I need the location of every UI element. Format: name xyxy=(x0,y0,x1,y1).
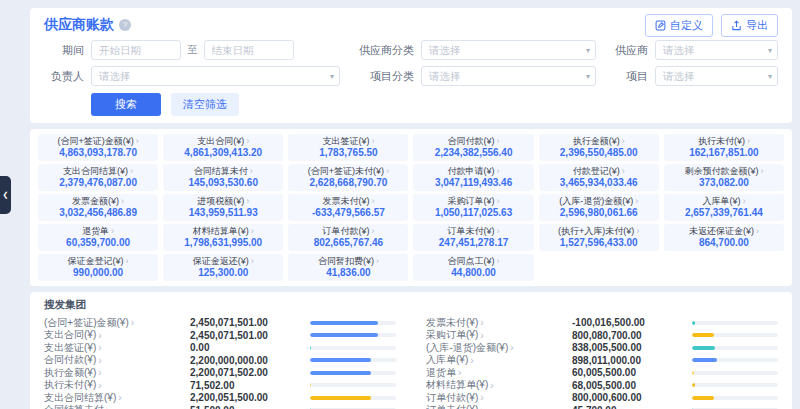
group-right-column: 发票未付(¥)› -100,016,500.00 采购订单(¥)› 800,08… xyxy=(426,317,778,409)
summary-metric-card[interactable]: (执行+入库)未付(¥)› 1,527,596,433.00 xyxy=(539,224,659,251)
summary-metric-card[interactable]: 发票未付(¥)› -633,479,566.57 xyxy=(288,194,408,221)
group-metric-row[interactable]: 材料结算单(¥)› 68,005,500.00 xyxy=(426,380,778,391)
metric-mini-bar xyxy=(692,333,778,337)
search-button[interactable]: 搜索 xyxy=(91,93,161,116)
chevron-right-icon: › xyxy=(497,196,500,206)
summary-metric-card[interactable]: 保证金登记(¥)› 990,000.00 xyxy=(38,254,158,281)
summary-metric-card[interactable]: (合同+签证)未付(¥)› 2,628,668,790.70 xyxy=(288,164,408,191)
summary-metric-card[interactable]: 订单未付(¥)› 247,451,278.17 xyxy=(413,224,533,251)
metric-mini-bar xyxy=(310,358,396,362)
metric-value: 1,527,596,433.00 xyxy=(541,237,657,248)
metric-label: 合同结算未付› xyxy=(165,166,281,176)
chevron-right-icon: › xyxy=(622,136,625,146)
project-select[interactable] xyxy=(655,66,778,86)
group-metric-row[interactable]: 退货单› 60,005,500.00 xyxy=(426,367,778,378)
filter-project-label: 项目 xyxy=(608,69,648,84)
group-metric-row[interactable]: (入库-退货)金额(¥)› 838,005,500.00 xyxy=(426,342,778,353)
metric-label: (合同+签证)未付(¥)› xyxy=(290,166,406,176)
summary-metric-card[interactable]: 合同结算未付› 145,093,530.60 xyxy=(163,164,283,191)
filter-form: 期间 至 供应商分类 ▾ 供应商 ▾ 负责人 xyxy=(44,40,778,86)
project-category-select[interactable] xyxy=(421,66,596,86)
summary-metric-card[interactable]: 订单付款(¥)› 802,665,767.46 xyxy=(288,224,408,251)
group-metric-value: 68,005,500.00 xyxy=(572,380,692,391)
group-metric-value: 898,011,000.00 xyxy=(572,355,692,366)
bar-fill xyxy=(692,383,695,387)
metric-value: 60,359,700.00 xyxy=(40,237,156,248)
group-metric-row[interactable]: 执行未付(¥)› 71,502.00 xyxy=(44,380,396,391)
chevron-right-icon: › xyxy=(497,256,500,266)
end-date-input[interactable] xyxy=(204,40,294,60)
summary-metric-card[interactable]: 付款登记(¥)› 3,465,934,033.46 xyxy=(539,164,659,191)
metric-value: 247,451,278.17 xyxy=(415,237,531,248)
bar-fill xyxy=(692,321,695,325)
help-icon[interactable]: ? xyxy=(119,19,131,31)
summary-metric-card[interactable]: 未返还保证金(¥)› 864,700.00 xyxy=(664,224,784,251)
start-date-input[interactable] xyxy=(91,40,181,60)
bar-fill xyxy=(310,321,378,325)
metric-value: 802,665,767.46 xyxy=(290,237,406,248)
chevron-right-icon: › xyxy=(251,256,254,266)
summary-metric-card[interactable]: 执行金额(¥)› 2,396,550,485.00 xyxy=(539,134,659,161)
summary-metric-card[interactable]: 保证金返还(¥)› 125,300.00 xyxy=(163,254,283,281)
group-metric-row[interactable]: 合同结算未付› 51,500.00 xyxy=(44,405,396,409)
group-left-column: (合同+签证)金额(¥)› 2,450,071,501.00 支出合同(¥)› … xyxy=(44,317,396,409)
group-metric-row[interactable]: 入库单(¥)› 898,011,000.00 xyxy=(426,355,778,366)
filter-supplier-category: 供应商分类 ▾ xyxy=(352,40,596,60)
group-metric-row[interactable]: 支出合同(¥)› 2,450,071,501.00 xyxy=(44,330,396,341)
chevron-left-icon: ❮ xyxy=(3,191,9,199)
summary-metric-card[interactable]: 合同暂扣费(¥)› 41,836.00 xyxy=(288,254,408,281)
group-metric-row[interactable]: 发票未付(¥)› -100,016,500.00 xyxy=(426,317,778,328)
metric-label: 退货单› xyxy=(40,226,156,236)
date-range-separator: 至 xyxy=(187,43,198,57)
group-metric-row[interactable]: 订单未付(¥)› 45,700.00 xyxy=(426,405,778,409)
group-metric-row[interactable]: 合同付款(¥)› 2,200,000,000.00 xyxy=(44,355,396,366)
metric-value: 44,800.00 xyxy=(415,267,531,278)
owner-select[interactable] xyxy=(91,66,340,86)
summary-metric-card[interactable]: 支出合同(¥)› 4,861,309,413.20 xyxy=(163,134,283,161)
summary-metric-card[interactable]: (合同+签证)金额(¥)› 4,863,093,178.70 xyxy=(38,134,158,161)
chevron-right-icon: › xyxy=(246,196,249,206)
summary-metric-card[interactable]: 付款申请(¥)› 3,047,119,493.46 xyxy=(413,164,533,191)
metric-label: 订单付款(¥)› xyxy=(290,226,406,236)
chevron-right-icon: › xyxy=(497,166,500,176)
supplier-select[interactable] xyxy=(655,40,778,60)
group-metric-row[interactable]: 执行金额(¥)› 2,200,071,502.00 xyxy=(44,367,396,378)
group-metric-row[interactable]: (合同+签证)金额(¥)› 2,450,071,501.00 xyxy=(44,317,396,328)
summary-metric-card[interactable]: 支出签证(¥)› 1,783,765.50 xyxy=(288,134,408,161)
metric-label: 保证金返还(¥)› xyxy=(165,256,281,266)
summary-metric-card[interactable]: 材料结算单(¥)› 1,798,631,995.00 xyxy=(163,224,283,251)
summary-metric-card[interactable]: 退货单› 60,359,700.00 xyxy=(38,224,158,251)
summary-metric-card[interactable]: 剩余预付款金额(¥)› 373,082.00 xyxy=(664,164,784,191)
summary-metric-card[interactable]: 入库单(¥)› 2,657,339,761.44 xyxy=(664,194,784,221)
sidebar-collapse-handle[interactable]: ❮ xyxy=(0,176,11,214)
summary-metric-card[interactable]: 支出合同结算(¥)› 2,379,476,087.00 xyxy=(38,164,158,191)
main-content: 供应商账款 ? 自定义 导出 xyxy=(30,8,792,409)
summary-metric-card[interactable]: 发票金额(¥)› 3,032,456,486.89 xyxy=(38,194,158,221)
summary-metric-card[interactable]: 合同点工(¥)› 44,800.00 xyxy=(413,254,533,281)
group-metric-row[interactable]: 支出合同结算(¥)› 2,200,051,500.00 xyxy=(44,392,396,403)
customize-button[interactable]: 自定义 xyxy=(645,14,713,37)
chevron-right-icon: › xyxy=(118,392,121,403)
summary-metric-card[interactable]: 进项税额(¥)› 143,959,511.93 xyxy=(163,194,283,221)
chevron-right-icon: › xyxy=(386,166,389,176)
metric-label: 订单未付(¥)› xyxy=(415,226,531,236)
clear-filters-button[interactable]: 清空筛选 xyxy=(171,93,239,116)
group-metric-value: 800,000,600.00 xyxy=(572,392,692,403)
chevron-right-icon: › xyxy=(480,330,483,341)
group-metric-value: 45,700.00 xyxy=(572,405,692,409)
metric-mini-bar xyxy=(310,396,396,400)
chevron-right-icon: › xyxy=(121,196,124,206)
group-metric-row[interactable]: 支出签证(¥)› 0.00 xyxy=(44,342,396,353)
group-metric-row[interactable]: 订单付款(¥)› 800,000,600.00 xyxy=(426,392,778,403)
chevron-right-icon: › xyxy=(635,196,638,206)
metric-mini-bar xyxy=(692,371,778,375)
summary-metric-card[interactable]: 采购订单(¥)› 1,050,117,025.63 xyxy=(413,194,533,221)
summary-metric-card[interactable]: (入库-退货)金额(¥)› 2,596,980,061.66 xyxy=(539,194,659,221)
bar-fill xyxy=(692,358,717,362)
export-button[interactable]: 导出 xyxy=(721,14,778,37)
metric-mini-bar xyxy=(310,321,396,325)
group-metric-row[interactable]: 采购订单(¥)› 800,080,700.00 xyxy=(426,330,778,341)
supplier-category-select[interactable] xyxy=(421,40,596,60)
summary-metric-card[interactable]: 合同付款(¥)› 2,234,382,556.40 xyxy=(413,134,533,161)
summary-metric-card[interactable]: 执行未付(¥)› 162,167,851.00 xyxy=(664,134,784,161)
